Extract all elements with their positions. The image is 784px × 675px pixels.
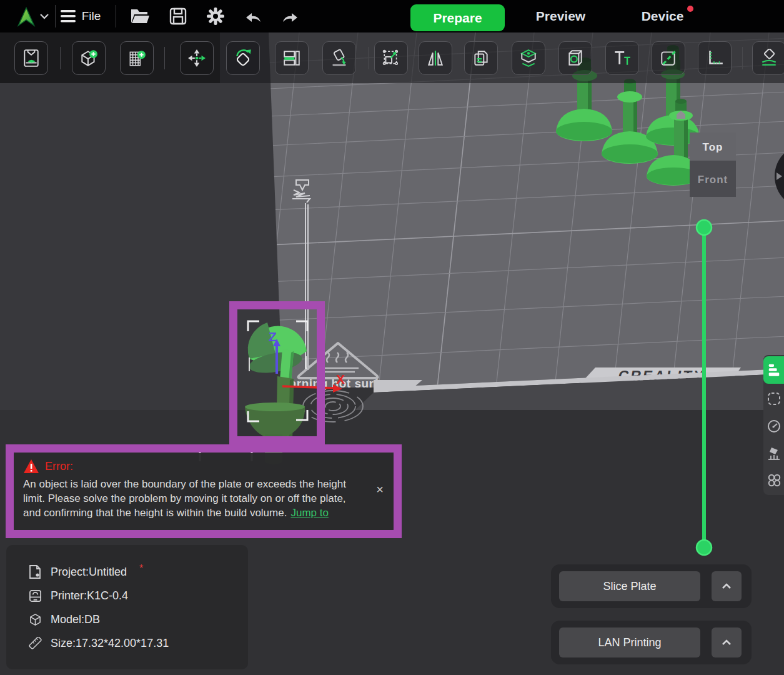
auto-arrange-button[interactable] [275,41,309,75]
annotation-model-highlight [229,301,325,444]
redo-icon [280,9,299,24]
slice-plate-button[interactable]: Slice Plate [559,571,700,601]
save-button[interactable] [167,0,189,32]
model-toolbar [0,32,784,83]
seam-paint-button[interactable] [652,41,685,75]
mirror-icon [426,49,445,68]
creality-logo-icon [12,2,41,30]
settings-button[interactable] [205,0,226,32]
tab-device-label: Device [642,9,684,24]
view-cube-front-label: Front [698,174,728,186]
chevron-up-icon [721,582,732,590]
project-name: Project:Untitled [51,566,127,579]
support-preview-icon [767,446,782,461]
chevron-up-icon [721,639,732,646]
move-tool-button[interactable] [180,41,214,75]
clone-tool-button[interactable] [464,41,498,75]
tab-prepare[interactable]: Prepare [410,4,505,31]
mirror-tool-button[interactable] [419,41,452,75]
lan-printing-button-group: LAN Printing [551,621,752,664]
rotate-icon [233,48,253,68]
gear-icon [206,7,225,26]
rotate-tool-button[interactable] [226,41,260,75]
undo-button[interactable] [242,0,265,32]
add-model-button[interactable] [72,41,106,75]
measure-icon [705,49,724,68]
printer-name: Printer:K1C-0.4 [51,589,128,602]
build-plate [269,32,784,388]
add-plate-button[interactable] [120,41,154,75]
plugins-clover-icon [767,472,782,488]
device-notification-dot [687,6,693,12]
support-paint-icon [519,49,538,68]
support-paint-button[interactable] [512,41,545,75]
model-size: Size:17.32*42.00*17.31 [51,637,169,650]
tab-preview[interactable]: Preview [525,0,597,32]
measure-tool-button[interactable] [698,41,732,75]
lay-on-face-button[interactable] [322,41,356,75]
file-menu[interactable]: File [59,0,102,32]
topbar-divider [55,5,56,28]
folder-open-icon [130,8,150,24]
unsaved-marker: * [139,563,143,574]
save-icon [169,8,187,25]
auto-arrange-icon [282,49,301,68]
clone-icon [472,49,490,68]
dock-plugins-button[interactable] [763,468,784,492]
add-plate-icon [127,49,146,68]
lay-on-face-icon [330,49,349,68]
scale-tool-button[interactable] [374,41,408,75]
error-warning-icon [23,459,39,474]
tab-device[interactable]: Device [630,0,695,32]
model-name: Model:DB [51,613,100,626]
printer-settings-icon [22,49,41,68]
error-message: An object is laid over the boundary of t… [23,477,364,520]
file-menu-label: File [82,9,101,23]
speed-gauge-icon [767,419,782,434]
project-info-panel: Project:Untitled * Printer:K1C-0.4 Model… [6,545,248,669]
slice-options-button[interactable] [712,571,742,601]
error-title: Error: [45,460,73,473]
redo-button[interactable] [279,0,301,32]
text-tool-button[interactable] [605,41,639,75]
dock-parameters-button[interactable] [763,356,784,384]
error-close-button[interactable]: × [376,483,384,496]
text-tool-icon [613,49,632,68]
tab-preview-label: Preview [536,9,585,24]
primitive-box-icon [566,49,585,68]
open-file-button[interactable] [129,0,151,32]
dock-speed-button[interactable] [763,414,784,439]
creality-print-window: Warning hot surface CREALITY [0,0,784,675]
project-file-icon [29,565,42,579]
printer-settings-button[interactable] [14,41,48,75]
move-icon [187,49,206,68]
dock-support-preview-button[interactable] [763,441,784,466]
view-cube[interactable]: Top Front [690,132,736,197]
project-row: Project:Untitled * [29,564,143,579]
parameter-list-icon [767,362,781,378]
chevron-down-icon [39,14,49,19]
dock-select-region-button[interactable] [763,386,784,411]
dashed-selection-icon [767,391,782,406]
size-ruler-icon [29,637,42,650]
clean-plate-button[interactable] [752,41,784,75]
topbar-divider [116,5,116,28]
app-logo[interactable] [11,0,41,32]
scale-icon [382,49,400,68]
logo-menu-chevron[interactable] [37,0,51,32]
primitive-tool-button[interactable] [558,41,592,75]
tab-prepare-label: Prepare [433,11,482,26]
printer-icon [29,589,42,602]
hamburger-icon [61,9,77,23]
error-jump-to-link[interactable]: Jump to [290,507,328,519]
clean-plate-icon [760,49,778,68]
model-row: Model:DB [29,612,100,627]
view-cube-top-label: Top [703,141,723,153]
right-dock [763,355,784,495]
slice-button-group: Slice Plate [551,564,752,608]
seam-paint-icon [659,49,678,68]
title-bar: File Prepa [0,0,784,32]
lan-printing-button[interactable]: LAN Printing [559,628,700,658]
lan-printing-options-button[interactable] [712,628,742,658]
axis-x-label: X [336,372,345,386]
